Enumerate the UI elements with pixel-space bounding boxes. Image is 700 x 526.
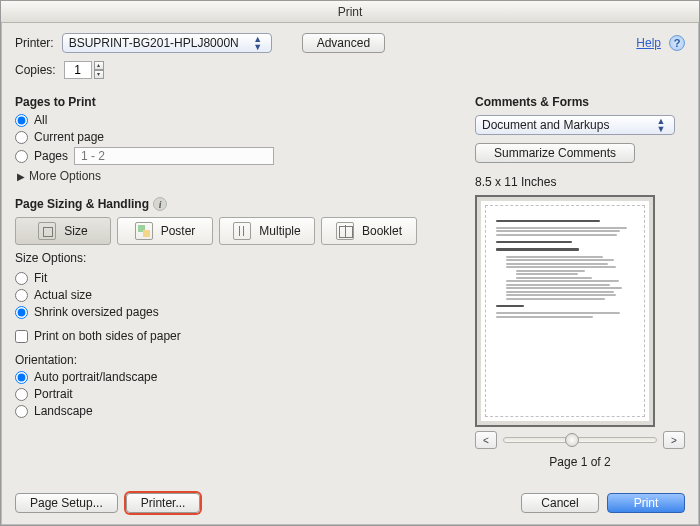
- sizing-title-text: Page Sizing & Handling: [15, 197, 149, 211]
- radio-pages-label: Pages: [34, 149, 68, 163]
- copies-input[interactable]: [64, 61, 92, 79]
- radio-current-label: Current page: [34, 130, 104, 144]
- summarize-comments-label: Summarize Comments: [494, 146, 616, 160]
- checkbox-both-sides[interactable]: [15, 330, 28, 343]
- radio-shrink-label: Shrink oversized pages: [34, 305, 159, 319]
- stepper-buttons[interactable]: ▴ ▾: [94, 61, 104, 79]
- size-icon: [38, 222, 56, 240]
- zoom-slider-row: < >: [475, 431, 685, 449]
- size-options-label: Size Options:: [15, 251, 455, 265]
- radio-actual[interactable]: [15, 289, 28, 302]
- print-dialog: Print Printer: BSUPRINT-BG201-HPLJ8000N …: [0, 0, 700, 526]
- more-options-label: More Options: [29, 169, 101, 183]
- right-column: Comments & Forms Document and Markups ▲▼…: [475, 87, 685, 485]
- radio-shrink[interactable]: [15, 306, 28, 319]
- seg-size-label: Size: [64, 224, 87, 238]
- radio-landscape[interactable]: [15, 405, 28, 418]
- page-setup-button[interactable]: Page Setup...: [15, 493, 118, 513]
- radio-pages[interactable]: [15, 150, 28, 163]
- page-indicator: Page 1 of 2: [475, 455, 685, 469]
- seg-booklet-label: Booklet: [362, 224, 402, 238]
- comments-select[interactable]: Document and Markups ▲▼: [475, 115, 675, 135]
- printer-button-label: Printer...: [141, 496, 186, 510]
- page-setup-label: Page Setup...: [30, 496, 103, 510]
- radio-all[interactable]: [15, 114, 28, 127]
- orientation-label: Orientation:: [15, 353, 455, 367]
- info-icon[interactable]: i: [153, 197, 167, 211]
- poster-icon: [135, 222, 153, 240]
- radio-current[interactable]: [15, 131, 28, 144]
- preview-document-icon: [485, 205, 645, 417]
- radio-portrait-label: Portrait: [34, 387, 73, 401]
- checkbox-both-sides-label: Print on both sides of paper: [34, 329, 181, 343]
- dialog-content: Printer: BSUPRINT-BG201-HPLJ8000N ▲▼ Adv…: [1, 23, 699, 525]
- copies-stepper[interactable]: ▴ ▾: [64, 61, 104, 79]
- updown-icon: ▲▼: [654, 117, 668, 133]
- footer: Page Setup... Printer... Cancel Print: [15, 485, 685, 513]
- print-button[interactable]: Print: [607, 493, 685, 513]
- stepper-up-icon[interactable]: ▴: [94, 61, 104, 70]
- radio-auto-orientation-label: Auto portrait/landscape: [34, 370, 157, 384]
- advanced-button[interactable]: Advanced: [302, 33, 385, 53]
- more-options-disclosure[interactable]: ▶ More Options: [17, 169, 455, 183]
- cancel-button-label: Cancel: [541, 496, 578, 510]
- left-column: Pages to Print All Current page Pages ▶ …: [15, 87, 455, 485]
- seg-multiple-label: Multiple: [259, 224, 300, 238]
- next-page-button[interactable]: >: [663, 431, 685, 449]
- copies-label: Copies:: [15, 63, 56, 77]
- pages-to-print-title: Pages to Print: [15, 95, 455, 109]
- seg-booklet[interactable]: Booklet: [321, 217, 417, 245]
- sizing-segmented-control: Size Poster Multiple Booklet: [15, 217, 455, 245]
- sizing-title: Page Sizing & Handling i: [15, 197, 455, 211]
- summarize-comments-button[interactable]: Summarize Comments: [475, 143, 635, 163]
- printer-value: BSUPRINT-BG201-HPLJ8000N: [69, 36, 239, 50]
- page-preview: [475, 195, 655, 427]
- window-title: Print: [338, 5, 363, 19]
- radio-landscape-label: Landscape: [34, 404, 93, 418]
- slider-thumb-icon[interactable]: [565, 433, 579, 447]
- multiple-icon: [233, 222, 251, 240]
- radio-auto-orientation[interactable]: [15, 371, 28, 384]
- disclosure-triangle-icon: ▶: [17, 171, 25, 182]
- stepper-down-icon[interactable]: ▾: [94, 70, 104, 79]
- radio-all-label: All: [34, 113, 47, 127]
- printer-button[interactable]: Printer...: [126, 493, 201, 513]
- comments-title: Comments & Forms: [475, 95, 685, 109]
- updown-icon: ▲▼: [251, 35, 265, 51]
- title-bar[interactable]: Print: [1, 1, 699, 23]
- radio-actual-label: Actual size: [34, 288, 92, 302]
- radio-fit[interactable]: [15, 272, 28, 285]
- help-link[interactable]: Help: [636, 36, 661, 50]
- printer-label: Printer:: [15, 36, 54, 50]
- help-icon[interactable]: ?: [669, 35, 685, 51]
- advanced-button-label: Advanced: [317, 36, 370, 50]
- radio-portrait[interactable]: [15, 388, 28, 401]
- printer-select[interactable]: BSUPRINT-BG201-HPLJ8000N ▲▼: [62, 33, 272, 53]
- paper-dimensions: 8.5 x 11 Inches: [475, 175, 685, 189]
- seg-poster-label: Poster: [161, 224, 196, 238]
- seg-multiple[interactable]: Multiple: [219, 217, 315, 245]
- prev-page-button[interactable]: <: [475, 431, 497, 449]
- booklet-icon: [336, 222, 354, 240]
- radio-fit-label: Fit: [34, 271, 47, 285]
- seg-poster[interactable]: Poster: [117, 217, 213, 245]
- pages-range-input[interactable]: [74, 147, 274, 165]
- print-button-label: Print: [634, 496, 659, 510]
- seg-size[interactable]: Size: [15, 217, 111, 245]
- comments-select-value: Document and Markups: [482, 118, 609, 132]
- cancel-button[interactable]: Cancel: [521, 493, 599, 513]
- zoom-slider[interactable]: [503, 437, 657, 443]
